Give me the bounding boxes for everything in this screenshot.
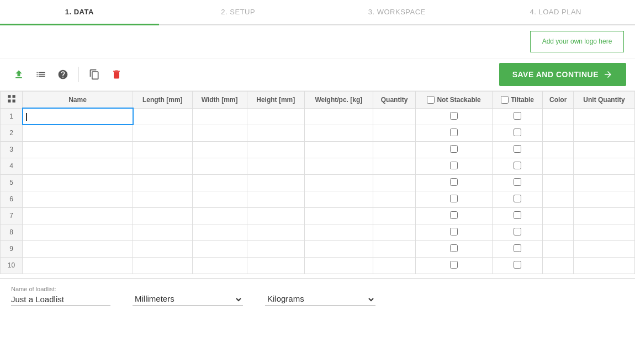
tiltable-checkbox-4[interactable]: [514, 162, 521, 169]
name-cell-1[interactable]: [23, 108, 133, 125]
quantity-cell-9[interactable]: [373, 240, 415, 257]
tiltable-cell-1[interactable]: [492, 108, 542, 125]
tab-setup[interactable]: 2. SETUP: [159, 0, 318, 24]
logo-upload-box[interactable]: Add your own logo here: [530, 31, 624, 52]
weight-cell-6[interactable]: [304, 191, 373, 207]
tab-data[interactable]: 1. DATA: [0, 0, 159, 25]
not-stackable-cell-2[interactable]: [416, 125, 493, 141]
quantity-cell-1[interactable]: [373, 108, 415, 125]
name-cell-5[interactable]: [23, 174, 133, 191]
list-button[interactable]: [31, 66, 51, 83]
name-cell-7[interactable]: [23, 207, 133, 224]
unit-quantity-cell-10[interactable]: [574, 257, 635, 274]
tiltable-checkbox-7[interactable]: [514, 211, 521, 219]
height-cell-6[interactable]: [247, 191, 304, 207]
height-cell-8[interactable]: [247, 224, 304, 240]
unit-quantity-cell-2[interactable]: [574, 125, 635, 141]
copy-button[interactable]: [84, 66, 104, 83]
width-cell-8[interactable]: [192, 224, 247, 240]
tiltable-cell-8[interactable]: [492, 224, 542, 240]
quantity-cell-10[interactable]: [373, 257, 415, 274]
weight-cell-5[interactable]: [304, 174, 373, 191]
length-cell-2[interactable]: [133, 125, 193, 141]
height-cell-3[interactable]: [247, 141, 304, 158]
tiltable-cell-3[interactable]: [492, 141, 542, 158]
color-cell-4[interactable]: [543, 158, 574, 174]
unit-quantity-cell-6[interactable]: [574, 191, 635, 207]
loadlist-name-value[interactable]: Just a Loadlist: [11, 295, 110, 306]
length-cell-3[interactable]: [133, 141, 193, 158]
not-stackable-cell-4[interactable]: [416, 158, 493, 174]
color-cell-2[interactable]: [543, 125, 574, 141]
length-cell-1[interactable]: [133, 108, 193, 125]
unit-quantity-cell-8[interactable]: [574, 224, 635, 240]
length-cell-10[interactable]: [133, 257, 193, 274]
weight-cell-9[interactable]: [304, 240, 373, 257]
name-cell-9[interactable]: [23, 240, 133, 257]
tiltable-cell-7[interactable]: [492, 207, 542, 224]
color-cell-10[interactable]: [543, 257, 574, 274]
width-cell-2[interactable]: [192, 125, 247, 141]
length-cell-9[interactable]: [133, 240, 193, 257]
tiltable-cell-10[interactable]: [492, 257, 542, 274]
save-continue-button[interactable]: SAVE AND CONTINUE: [499, 63, 626, 86]
color-cell-9[interactable]: [543, 240, 574, 257]
unit-quantity-cell-7[interactable]: [574, 207, 635, 224]
height-cell-10[interactable]: [247, 257, 304, 274]
tiltable-checkbox-2[interactable]: [514, 129, 521, 136]
tiltable-cell-4[interactable]: [492, 158, 542, 174]
help-button[interactable]: [53, 66, 73, 83]
quantity-cell-5[interactable]: [373, 174, 415, 191]
tiltable-checkbox-9[interactable]: [514, 244, 521, 252]
unit-quantity-cell-3[interactable]: [574, 141, 635, 158]
weight-cell-3[interactable]: [304, 141, 373, 158]
tab-loadplan[interactable]: 4. LOAD PLAN: [477, 0, 636, 24]
tiltable-checkbox-1[interactable]: [514, 112, 521, 120]
height-cell-5[interactable]: [247, 174, 304, 191]
tiltable-checkbox-3[interactable]: [514, 145, 521, 153]
not-stackable-cell-6[interactable]: [416, 191, 493, 207]
unit-select[interactable]: Millimeters Centimeters Meters Inches Fe…: [133, 293, 243, 306]
height-cell-2[interactable]: [247, 125, 304, 141]
name-cell-10[interactable]: [23, 257, 133, 274]
not-stackable-checkbox-9[interactable]: [450, 244, 458, 252]
width-cell-1[interactable]: [192, 108, 247, 125]
not-stackable-cell-9[interactable]: [416, 240, 493, 257]
col-header-tiltable[interactable]: Tiltable: [492, 91, 542, 108]
not-stackable-checkbox-10[interactable]: [450, 261, 458, 269]
width-cell-6[interactable]: [192, 191, 247, 207]
color-cell-3[interactable]: [543, 141, 574, 158]
height-cell-9[interactable]: [247, 240, 304, 257]
width-cell-5[interactable]: [192, 174, 247, 191]
unit-quantity-cell-5[interactable]: [574, 174, 635, 191]
name-cell-2[interactable]: [23, 125, 133, 141]
not-stackable-checkbox-2[interactable]: [450, 129, 458, 136]
length-cell-6[interactable]: [133, 191, 193, 207]
tiltable-cell-9[interactable]: [492, 240, 542, 257]
unit-quantity-cell-1[interactable]: [574, 108, 635, 125]
not-stackable-cell-5[interactable]: [416, 174, 493, 191]
not-stackable-checkbox-1[interactable]: [450, 112, 458, 120]
tiltable-checkbox-6[interactable]: [514, 195, 521, 202]
not-stackable-checkbox-3[interactable]: [450, 145, 458, 153]
not-stackable-checkbox-4[interactable]: [450, 162, 458, 169]
quantity-cell-8[interactable]: [373, 224, 415, 240]
length-cell-8[interactable]: [133, 224, 193, 240]
weight-cell-4[interactable]: [304, 158, 373, 174]
quantity-cell-7[interactable]: [373, 207, 415, 224]
tiltable-checkbox-10[interactable]: [514, 261, 521, 269]
color-cell-1[interactable]: [543, 108, 574, 125]
weight-cell-1[interactable]: [304, 108, 373, 125]
weight-cell-2[interactable]: [304, 125, 373, 141]
quantity-cell-2[interactable]: [373, 125, 415, 141]
not-stackable-cell-3[interactable]: [416, 141, 493, 158]
weight-select[interactable]: Kilograms Pounds Tons: [265, 293, 375, 306]
quantity-cell-3[interactable]: [373, 141, 415, 158]
tiltable-checkbox-8[interactable]: [514, 228, 521, 235]
color-cell-8[interactable]: [543, 224, 574, 240]
height-cell-7[interactable]: [247, 207, 304, 224]
name-cell-6[interactable]: [23, 191, 133, 207]
tiltable-cell-2[interactable]: [492, 125, 542, 141]
not-stackable-cell-8[interactable]: [416, 224, 493, 240]
not-stackable-cell-1[interactable]: [416, 108, 493, 125]
